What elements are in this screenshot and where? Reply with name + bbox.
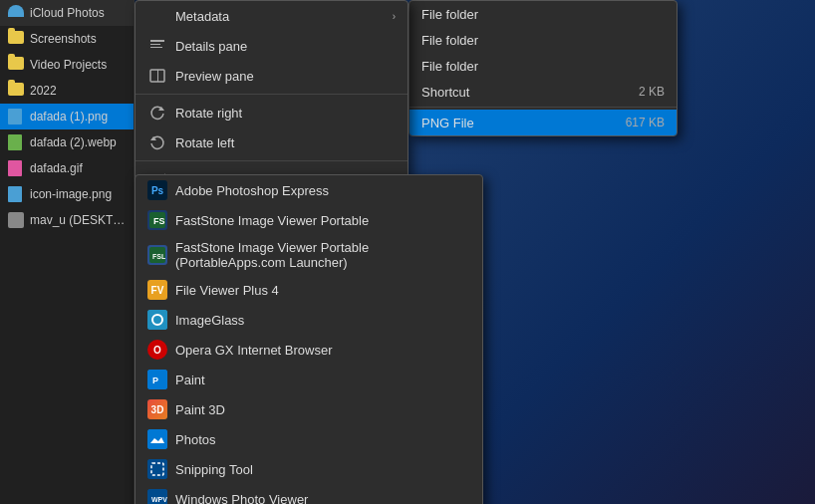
menu-item-label: Adobe Photoshop Express <box>175 183 470 198</box>
wpv-icon: WPV <box>147 489 167 504</box>
svg-rect-28 <box>147 429 167 449</box>
sidebar-item-label: dafada.gif <box>30 161 83 175</box>
sidebar-item-dafada2[interactable]: dafada (2).webp <box>0 129 134 155</box>
sidebar-item-screenshots[interactable]: Screenshots <box>0 26 134 52</box>
sidebar-item-label: icon-image.png <box>30 187 112 201</box>
filetype-item-shortcut[interactable]: Shortcut 2 KB <box>409 79 677 105</box>
photoshop-icon: Ps <box>147 180 167 200</box>
imageglass-icon <box>147 310 167 330</box>
menu-item-metadata[interactable]: Metadata › <box>136 1 408 31</box>
menu-item-paint[interactable]: P Paint <box>136 365 482 394</box>
sidebar-item-label: 2022 <box>30 84 57 98</box>
menu-item-label: Photos <box>175 432 470 447</box>
sidebar-item-dafada-gif[interactable]: dafada.gif <box>0 155 134 181</box>
sidebar-item-mav-u[interactable]: mav_u (DESKTOP-8P <box>0 207 134 233</box>
filetype-label: File folder <box>421 7 645 22</box>
open-with-submenu: Ps Adobe Photoshop Express FS FastStone … <box>135 174 483 504</box>
menu-item-label: Preview pane <box>175 69 396 84</box>
paint3d-icon: 3D <box>147 399 167 419</box>
separator <box>136 94 408 95</box>
filetype-size: 617 KB <box>626 116 665 129</box>
filetype-label: File folder <box>421 33 645 48</box>
filetype-item-folder2[interactable]: File folder <box>409 27 677 53</box>
svg-text:P: P <box>152 376 158 385</box>
menu-item-details-pane[interactable]: Details pane <box>136 31 408 61</box>
menu-item-label: Windows Photo Viewer <box>175 492 470 505</box>
separator <box>136 160 408 161</box>
folder-icon <box>8 83 24 99</box>
menu-item-wpv[interactable]: WPV Windows Photo Viewer <box>136 484 482 504</box>
menu-item-rotate-left[interactable]: Rotate left <box>136 127 408 157</box>
menu-item-label: Rotate right <box>175 106 396 121</box>
details-pane-icon <box>147 36 167 56</box>
snipping-icon <box>147 459 167 479</box>
filetype-panel: File folder File folder File folder Shor… <box>408 0 678 136</box>
sidebar-item-label: Screenshots <box>30 32 97 46</box>
network-drive-icon <box>8 212 24 228</box>
paint-icon: P <box>147 370 167 389</box>
menu-item-label: FastStone Image Viewer Portable <box>175 213 470 228</box>
svg-rect-4 <box>157 70 158 82</box>
rotate-left-icon <box>147 132 167 152</box>
menu-item-photoshop[interactable]: Ps Adobe Photoshop Express <box>136 175 482 205</box>
menu-item-label: Details pane <box>175 39 396 54</box>
menu-item-label: Snipping Tool <box>175 462 470 477</box>
menu-item-paint3d[interactable]: 3D Paint 3D <box>136 394 482 424</box>
sidebar-item-label: iCloud Photos <box>30 6 105 20</box>
filetype-item-png[interactable]: PNG File 617 KB <box>409 110 677 135</box>
sidebar-item-video-projects[interactable]: Video Projects <box>0 52 134 78</box>
sidebar-item-icon-image[interactable]: icon-image.png <box>0 181 134 207</box>
svg-rect-0 <box>150 40 164 42</box>
png-file-icon <box>8 109 24 125</box>
sidebar-item-icloud-photos[interactable]: iCloud Photos <box>0 0 134 26</box>
fileviewer-icon: FV <box>147 280 167 300</box>
faststone-icon: FS <box>147 210 167 230</box>
submenu-arrow: › <box>393 11 396 22</box>
svg-rect-2 <box>150 47 162 48</box>
menu-item-photos[interactable]: Photos <box>136 424 482 454</box>
menu-item-label: Rotate left <box>175 135 396 150</box>
menu-item-label: Paint 3D <box>175 402 470 417</box>
filetype-label: Shortcut <box>421 85 619 100</box>
svg-rect-24 <box>147 310 167 330</box>
file-explorer-sidebar: iCloud Photos Screenshots Video Projects… <box>0 0 135 504</box>
menu-item-label: File Viewer Plus 4 <box>175 283 470 298</box>
preview-pane-icon <box>147 66 167 86</box>
menu-item-preview-pane[interactable]: Preview pane <box>136 61 408 91</box>
folder-icon <box>8 57 24 73</box>
menu-item-label: FastStone Image Viewer Portable (Portabl… <box>175 240 470 270</box>
menu-item-snipping[interactable]: Snipping Tool <box>136 454 482 484</box>
menu-item-faststone[interactable]: FS FastStone Image Viewer Portable <box>136 205 482 235</box>
gif-file-icon <box>8 160 24 176</box>
sidebar-item-label: dafada (2).webp <box>30 135 117 149</box>
menu-item-label: Metadata <box>175 9 393 24</box>
menu-item-faststone-launcher[interactable]: FSL FastStone Image Viewer Portable (Por… <box>136 235 482 275</box>
filetype-label: File folder <box>421 59 645 74</box>
menu-item-rotate-right[interactable]: Rotate right <box>136 98 408 127</box>
svg-rect-29 <box>147 459 167 479</box>
folder-icon <box>8 31 24 47</box>
filetype-label: PNG File <box>421 116 606 130</box>
filetype-item-folder3[interactable]: File folder <box>409 53 677 79</box>
svg-text:FS: FS <box>153 216 165 226</box>
menu-item-label: ImageGlass <box>175 313 470 328</box>
sidebar-item-2022[interactable]: 2022 <box>0 78 134 104</box>
menu-item-label: Paint <box>175 373 470 387</box>
svg-text:FSL: FSL <box>152 253 165 260</box>
menu-item-imageglass[interactable]: ImageGlass <box>136 305 482 335</box>
metadata-icon <box>147 6 167 26</box>
sidebar-item-dafada1[interactable]: dafada (1).png <box>0 104 134 129</box>
svg-text:WPV: WPV <box>151 496 167 503</box>
separator <box>409 107 677 108</box>
webp-file-icon <box>8 134 24 150</box>
rotate-right-icon <box>147 103 167 123</box>
png-file-icon <box>8 186 24 202</box>
menu-item-opera[interactable]: O Opera GX Internet Browser <box>136 335 482 365</box>
opera-icon: O <box>147 340 167 360</box>
faststone-launcher-icon: FSL <box>147 245 167 265</box>
filetype-item-folder1[interactable]: File folder <box>409 1 677 27</box>
menu-item-fileviewer[interactable]: FV File Viewer Plus 4 <box>136 275 482 305</box>
sidebar-item-label: Video Projects <box>30 58 107 72</box>
sidebar-item-label: mav_u (DESKTOP-8P <box>30 213 126 227</box>
filetype-size: 2 KB <box>639 85 665 99</box>
